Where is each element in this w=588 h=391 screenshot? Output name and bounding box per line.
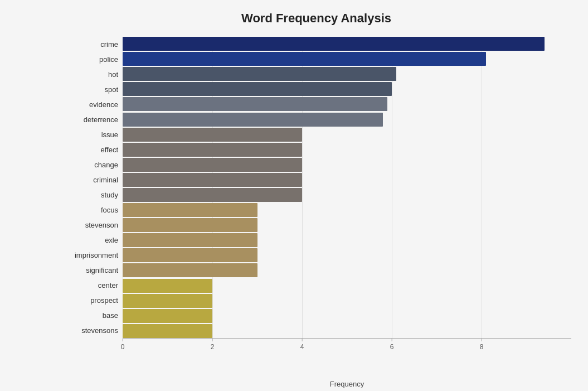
y-label-deterrence: deterrence [84, 116, 118, 123]
y-label-criminal: criminal [93, 176, 118, 184]
y-label-exle: exle [105, 236, 118, 244]
bar-change [123, 158, 302, 172]
bar-spot [123, 82, 392, 96]
bar-row [123, 67, 571, 81]
bar-row [123, 263, 571, 277]
x-tick-6: 6 [390, 339, 394, 351]
y-label-study: study [101, 191, 118, 199]
y-label-prospect: prospect [90, 297, 118, 304]
bar-row [123, 97, 571, 111]
bar-row [123, 37, 571, 51]
bar-row [123, 82, 571, 96]
y-label-issue: issue [101, 131, 118, 138]
x-axis-label: Frequency [123, 380, 571, 388]
bar-deterrence [123, 113, 383, 127]
x-tick-2: 2 [211, 339, 215, 351]
y-label-significant: significant [86, 267, 118, 274]
bar-row [123, 158, 571, 172]
bar-row [123, 203, 571, 217]
y-label-center: center [98, 282, 118, 289]
bar-evidence [123, 97, 387, 111]
bar-row [123, 52, 571, 66]
bar-police [123, 52, 486, 66]
bar-study [123, 188, 302, 202]
y-label-hot: hot [108, 71, 118, 78]
bar-effect [123, 143, 302, 157]
bar-center [123, 279, 212, 293]
y-label-imprisonment: imprisonment [75, 252, 118, 259]
bar-row [123, 143, 571, 157]
chart-title: Word Frequency Analysis [61, 11, 571, 26]
y-label-spot: spot [104, 86, 118, 93]
bar-stevensons [123, 324, 212, 338]
bar-row [123, 112, 571, 126]
y-label-stevenson: stevenson [85, 221, 118, 229]
bar-focus [123, 203, 257, 217]
bar-hot [123, 67, 396, 81]
bar-row [123, 173, 571, 187]
bar-row [123, 248, 571, 262]
bar-criminal [123, 173, 302, 187]
bar-row [123, 188, 571, 202]
bar-crime [123, 37, 545, 51]
bar-prospect [123, 294, 212, 308]
bar-significant [123, 263, 257, 277]
bar-row [123, 128, 571, 142]
bar-base [123, 309, 212, 323]
y-label-focus: focus [101, 206, 118, 214]
bar-stevenson [123, 218, 257, 232]
y-label-change: change [94, 161, 118, 168]
y-label-stevensons: stevensons [81, 327, 118, 334]
bar-imprisonment [123, 248, 257, 262]
bar-row [123, 324, 571, 338]
bar-row [123, 279, 571, 293]
bar-row [123, 294, 571, 308]
bar-row [123, 309, 571, 323]
y-label-evidence: evidence [89, 101, 118, 108]
bar-exle [123, 233, 257, 247]
x-tick-4: 4 [300, 339, 304, 351]
bar-row [123, 218, 571, 232]
bar-issue [123, 128, 302, 142]
y-label-effect: effect [100, 146, 118, 153]
y-label-base: base [103, 312, 118, 319]
chart-container: Word Frequency Analysis 02468 crimepolic… [0, 0, 588, 391]
y-label-police: police [99, 56, 118, 63]
x-tick-8: 8 [480, 339, 484, 351]
y-label-crime: crime [100, 41, 118, 48]
bar-row [123, 233, 571, 247]
